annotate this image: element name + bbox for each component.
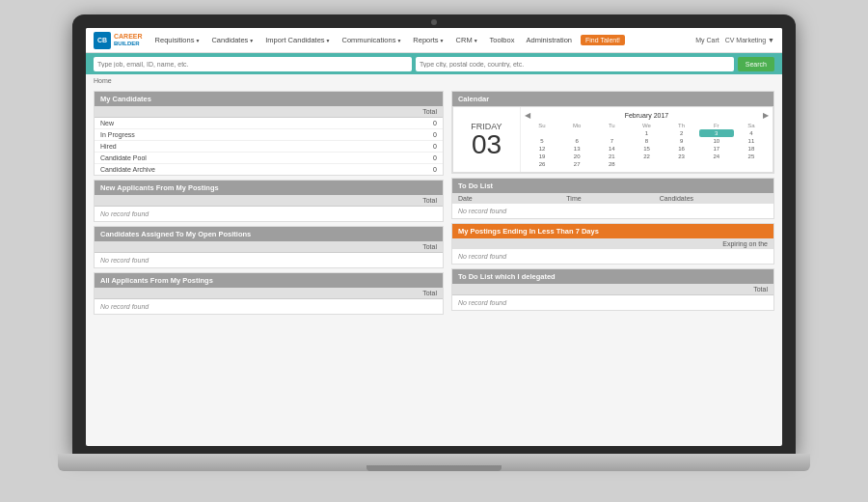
cal-day-cell[interactable]: 3 [699, 129, 734, 137]
cv-marketing-link[interactable]: CV Marketing ▼ [725, 37, 774, 43]
cal-day-cell[interactable]: 12 [525, 145, 559, 153]
nav-reports-arrow: ▼ [440, 38, 445, 43]
cal-day-cell[interactable]: 18 [734, 145, 769, 153]
nav-candidates-arrow: ▼ [249, 38, 254, 43]
cal-day-cell[interactable]: 23 [665, 153, 699, 160]
cal-day-cell[interactable]: 26 [525, 160, 559, 168]
cal-day-cell [594, 129, 629, 137]
cal-day-cell[interactable]: 10 [699, 137, 734, 145]
my-candidates-header: My Candidates [95, 92, 443, 106]
nav-administration[interactable]: Administration [523, 34, 575, 46]
nav-import-arrow: ▼ [326, 38, 331, 43]
cal-day-cell[interactable]: 16 [665, 145, 699, 153]
calendar-mini-header: ◀ February 2017 ▶ [525, 111, 769, 120]
calendar-section: Calendar Friday 03 ◀ February 2017 [451, 91, 774, 174]
cal-day-header: Mo [559, 122, 594, 129]
search-location-input[interactable] [416, 57, 734, 71]
cal-day-cell[interactable]: 17 [699, 145, 734, 153]
cal-day-cell[interactable]: 5 [525, 137, 559, 145]
calendar-next[interactable]: ▶ [763, 111, 769, 120]
cal-day-cell[interactable]: 14 [594, 145, 629, 153]
nav-candidates[interactable]: Candidates ▼ [208, 34, 257, 46]
todo-delegated-header: To Do List which I delegated [452, 269, 773, 284]
nav-right: My Cart CV Marketing ▼ [695, 37, 774, 43]
candidates-assigned-header: Candidates Assigned To My Open Positions [95, 227, 443, 241]
todo-table-headers: Date Time Candidates [452, 193, 773, 204]
cal-day-cell [734, 160, 769, 168]
cal-day-cell [559, 129, 594, 137]
cal-day-cell[interactable]: 24 [699, 153, 734, 160]
cal-day-cell[interactable]: 6 [559, 137, 594, 145]
screen-inner: CB CAREER BUILDER Requisitions ▼ Candida… [86, 28, 782, 446]
cal-day-cell [665, 160, 699, 168]
cv-marketing-arrow: ▼ [768, 37, 774, 43]
candidates-assigned-section: Candidates Assigned To My Open Positions… [94, 226, 444, 268]
logo-builder: BUILDER [114, 41, 143, 47]
postings-expiring-no-record: No record found [452, 249, 773, 264]
todo-no-record: No record found [452, 204, 773, 218]
cal-day-cell[interactable]: 4 [734, 129, 769, 137]
todo-col-date: Date [458, 195, 566, 202]
cal-day-cell[interactable]: 7 [594, 137, 629, 145]
expiring-label: Expiring on the [722, 240, 768, 247]
find-talent-button[interactable]: Find Talent! [581, 35, 625, 45]
cal-day-cell[interactable]: 22 [629, 153, 664, 160]
nav-requisitions[interactable]: Requisitions ▼ [152, 34, 203, 46]
cal-day-cell [525, 129, 559, 137]
my-cart-link[interactable]: My Cart [695, 37, 719, 43]
cal-day-cell[interactable]: 21 [594, 153, 629, 160]
my-candidates-section: My Candidates Total New 0 In Progress 0 [94, 91, 444, 176]
cal-day-cell[interactable]: 9 [665, 137, 699, 145]
cal-day-header: Sa [734, 122, 769, 129]
cal-day-cell[interactable]: 2 [665, 129, 699, 137]
postings-expiring-section: My Postings Ending In Less Than 7 Days E… [451, 223, 774, 265]
calendar-mini: ◀ February 2017 ▶ SuMoTuWeThFrSa12345678… [521, 107, 773, 172]
laptop-frame: CB CAREER BUILDER Requisitions ▼ Candida… [58, 14, 810, 488]
calendar-prev[interactable]: ◀ [525, 111, 530, 120]
nav-communications[interactable]: Communications ▼ [339, 34, 405, 46]
cal-day-cell[interactable]: 11 [734, 137, 769, 145]
candidate-row-inprogress: In Progress 0 [95, 129, 443, 141]
cal-day-cell[interactable]: 27 [559, 160, 594, 168]
cal-day-header: Tu [594, 122, 629, 129]
logo-area: CB CAREER BUILDER [94, 32, 143, 49]
cal-day-cell[interactable]: 15 [629, 145, 664, 153]
cal-day-cell[interactable]: 19 [525, 153, 559, 160]
my-candidates-subheader: Total [95, 106, 443, 118]
calendar-grid: SuMoTuWeThFrSa12345678910111213141516171… [525, 122, 769, 168]
candidate-row-archive: Candidate Archive 0 [95, 164, 443, 175]
cal-day-cell[interactable]: 1 [629, 129, 664, 137]
cal-day-cell[interactable]: 13 [559, 145, 594, 153]
cal-day-header: Su [525, 122, 559, 129]
cal-day-cell [699, 160, 734, 168]
todo-delegated-section: To Do List which I delegated Total No re… [451, 268, 774, 311]
cal-day-cell[interactable]: 8 [629, 137, 664, 145]
nav-import-candidates[interactable]: Import Candidates ▼ [262, 34, 333, 46]
nav-comm-arrow: ▼ [396, 38, 401, 43]
cal-day-header: Fr [699, 122, 734, 129]
nav-crm[interactable]: CRM ▼ [453, 34, 481, 46]
candidates-assigned-no-record: No record found [95, 253, 443, 267]
new-applicants-header: New Applicants From My Postings [95, 181, 443, 195]
candidate-row-pool: Candidate Pool 0 [95, 153, 443, 164]
main-content: My Candidates Total New 0 In Progress 0 [86, 87, 782, 435]
nav-reports[interactable]: Reports ▼ [410, 34, 447, 46]
cal-day-cell[interactable]: 20 [559, 153, 594, 160]
todo-section: To Do List Date Time Candidates No recor… [451, 178, 774, 219]
search-bar: Search [86, 53, 782, 74]
candidate-row-new: New 0 [95, 118, 443, 129]
new-applicants-subheader: Total [95, 195, 443, 207]
expiring-col-header: Expiring on the [452, 238, 773, 249]
nav-toolbox[interactable]: Toolbox [487, 34, 518, 46]
screen-frame: CB CAREER BUILDER Requisitions ▼ Candida… [72, 14, 796, 454]
logo-text: CAREER BUILDER [114, 33, 143, 46]
calendar-month-year: February 2017 [625, 112, 669, 119]
laptop-base [58, 454, 810, 471]
cal-day-cell [629, 160, 664, 168]
cal-day-cell[interactable]: 25 [734, 153, 769, 160]
cal-day-cell[interactable]: 28 [594, 160, 629, 168]
search-button[interactable]: Search [738, 57, 774, 71]
cal-day-header: Th [665, 122, 699, 129]
candidates-assigned-subheader: Total [95, 241, 443, 253]
search-job-input[interactable] [94, 57, 412, 71]
